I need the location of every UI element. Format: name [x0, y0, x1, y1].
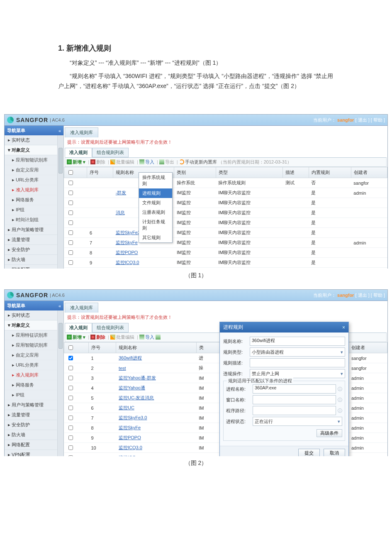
logout-link[interactable]: [ 退出 ]: [355, 293, 369, 298]
dropdown-item[interactable]: 进程规则: [139, 188, 172, 198]
process-name-input[interactable]: 360AP.exe: [253, 384, 336, 394]
dropdown-item[interactable]: 计划任务规则: [139, 217, 172, 233]
add-button[interactable]: 新增 ▾: [73, 159, 85, 164]
col-header[interactable]: [64, 342, 89, 353]
table-row[interactable]: 9监控ICQ3.0IM监控IM聊天内容监控是: [64, 258, 387, 268]
rule-link[interactable]: 监控SkyFe: [116, 240, 138, 245]
row-checkbox[interactable]: [68, 356, 73, 360]
select-all-checkbox[interactable]: [68, 345, 73, 350]
rule-name-input[interactable]: 360wifi进程: [250, 337, 345, 346]
sidebar-item[interactable]: ▸ VPN配置: [5, 450, 63, 456]
row-checkbox[interactable]: [68, 425, 73, 430]
import-button[interactable]: 导入: [145, 159, 154, 164]
sidebar-scrollbar[interactable]: [57, 311, 63, 456]
rule-link[interactable]: 监控Yahoo通: [119, 385, 145, 390]
sidebar-subitem[interactable]: ▸ IP组: [5, 390, 63, 400]
add-dropdown[interactable]: 操作系统规则进程规则文件规则注册表规则计划任务规则其它规则: [139, 172, 173, 243]
sidebar-subitem[interactable]: ▸ 网络服务: [5, 380, 63, 390]
rule-link[interactable]: 监控ICQ3.0: [116, 260, 139, 265]
collapse-icon[interactable]: «: [58, 128, 61, 133]
sidebar-subitem[interactable]: ▸ 应用智能识别库: [5, 155, 63, 165]
rule-link[interactable]: 监控SkyFe: [119, 425, 141, 430]
sidebar-subitem[interactable]: ▸ 准入规则库: [5, 370, 63, 380]
table-row[interactable]: 操作系统操作系统规则测试否sangfor: [64, 178, 387, 188]
dialog-header[interactable]: 进程规则 ×: [220, 322, 348, 333]
collapse-icon[interactable]: «: [58, 303, 61, 308]
rule-link[interactable]: 监控ICQ3.0: [119, 445, 142, 450]
row-checkbox[interactable]: [68, 210, 73, 215]
row-checkbox[interactable]: [68, 230, 73, 235]
cancel-button[interactable]: 取消: [324, 449, 345, 456]
row-checkbox[interactable]: [68, 240, 73, 245]
col-header[interactable]: 创建者: [351, 167, 387, 178]
sidebar-subitem[interactable]: ▸ URL分类库: [5, 175, 63, 185]
row-checkbox[interactable]: [68, 200, 73, 205]
dropdown-item[interactable]: 其它规则: [139, 233, 172, 242]
sidebar-subitem[interactable]: ▸ IP组: [5, 205, 63, 215]
sidebar-scrollbar[interactable]: [57, 135, 63, 269]
rule-link[interactable]: -群发: [116, 190, 127, 195]
sidebar-item[interactable]: ▸ 网络配置: [5, 440, 63, 450]
table-row[interactable]: 7监控SkyFeIM监控IM聊天内容监控是admin: [64, 238, 387, 248]
batch-edit-button[interactable]: 批量编辑: [116, 159, 134, 164]
rule-desc-input[interactable]: [250, 358, 345, 367]
sidebar-item[interactable]: ▸ 安全防护: [5, 245, 63, 255]
dropdown-item[interactable]: 操作系统规则: [139, 173, 172, 188]
subtab-rules[interactable]: 准入规则: [65, 323, 92, 333]
page-tab[interactable]: 准入规则库: [65, 303, 98, 313]
dropdown-item[interactable]: 文件规则: [139, 198, 172, 208]
row-checkbox[interactable]: [68, 191, 73, 195]
program-path-input[interactable]: [253, 406, 336, 415]
row-checkbox[interactable]: [68, 250, 73, 255]
col-header[interactable]: 规则名称: [116, 342, 196, 353]
rule-link[interactable]: test: [119, 366, 126, 371]
row-checkbox[interactable]: [68, 181, 73, 185]
sidebar-item-object-define[interactable]: ▾ 对象定义: [5, 320, 63, 330]
table-row[interactable]: 6监控SkyFe3.0IM监控IM聊天内容监控是: [64, 228, 387, 238]
sidebar-subitem[interactable]: ▸ URL分类库: [5, 360, 63, 370]
rule-link[interactable]: 消息: [116, 210, 125, 215]
table-row[interactable]: IM监控IM聊天内容监控是: [64, 198, 387, 208]
rule-type-select[interactable]: 小型路由器进程▾: [250, 347, 345, 357]
col-header[interactable]: 序号: [88, 342, 116, 353]
col-header[interactable]: 创建者: [349, 342, 387, 353]
export-button[interactable]: 导出: [165, 159, 174, 164]
rule-link[interactable]: 监控ICQ: [119, 455, 136, 456]
col-header[interactable]: 描述: [283, 167, 309, 178]
row-checkbox[interactable]: [68, 396, 73, 400]
subtab-rules[interactable]: 准入规则: [65, 148, 92, 157]
add-button[interactable]: 新增 ▾: [73, 335, 85, 340]
row-checkbox[interactable]: [68, 376, 73, 380]
sidebar-item-object-define[interactable]: ▾ 对象定义: [5, 145, 63, 155]
sidebar-item[interactable]: ▸ 用户与策略管理: [5, 225, 63, 235]
rule-link[interactable]: 监控UC: [119, 405, 134, 410]
page-tab[interactable]: 准入规则库: [65, 127, 98, 137]
sidebar-subitem[interactable]: ▸ 应用智能识别库: [5, 340, 63, 350]
row-checkbox[interactable]: [68, 416, 73, 420]
table-row[interactable]: -群发IM监控IM聊天内容监控是admin: [64, 188, 387, 198]
table-row[interactable]: 10监控ICQIM监控IM聊天内容监控是admin: [64, 268, 387, 269]
rule-link[interactable]: 360wifi进程: [119, 355, 142, 360]
sidebar-subitem[interactable]: ▸ 准入规则库: [5, 185, 63, 195]
row-checkbox[interactable]: [68, 406, 73, 410]
sidebar-item[interactable]: ▸ 实时状态: [5, 311, 63, 320]
dropdown-item[interactable]: 注册表规则: [139, 208, 172, 217]
col-header[interactable]: 内置规则: [309, 167, 351, 178]
row-checkbox[interactable]: [68, 445, 73, 450]
violation-select[interactable]: 禁止用户上网▾: [250, 369, 345, 378]
row-checkbox[interactable]: [68, 220, 73, 225]
rule-link[interactable]: 监控POPO: [119, 435, 141, 440]
window-name-input[interactable]: [253, 395, 336, 404]
refresh-button[interactable]: 手动更新内置库: [185, 159, 217, 164]
select-all-checkbox[interactable]: [68, 170, 73, 175]
sidebar-subitem[interactable]: ▸ 自定义应用: [5, 350, 63, 360]
sidebar-item[interactable]: ▸ 流量管理: [5, 235, 63, 245]
sidebar-subitem[interactable]: ▸ 网络服务: [5, 195, 63, 205]
col-header[interactable]: [64, 167, 87, 178]
row-checkbox[interactable]: [68, 435, 73, 440]
sidebar-subitem[interactable]: ▸ 时间计划组: [5, 215, 63, 225]
sidebar-item[interactable]: ▸ 网络配置: [5, 265, 63, 269]
rule-link[interactable]: 监控Yahoo通-群发: [119, 375, 156, 380]
col-header[interactable]: 类别: [174, 167, 216, 178]
sidebar-item[interactable]: ▸ 用户与策略管理: [5, 400, 63, 410]
